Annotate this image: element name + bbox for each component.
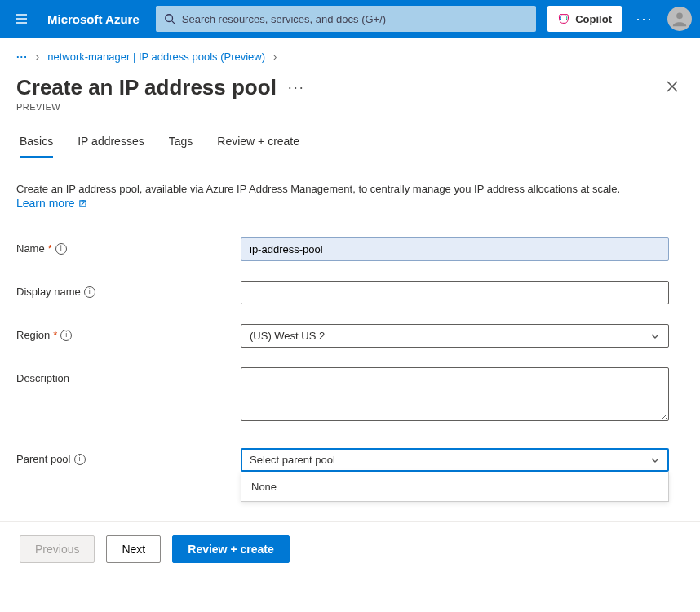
tab-basics[interactable]: Basics xyxy=(20,135,53,158)
close-icon xyxy=(666,80,679,93)
search-icon xyxy=(164,13,175,24)
close-button[interactable] xyxy=(661,74,684,100)
name-input[interactable] xyxy=(241,237,669,261)
tab-bar: Basics IP addresses Tags Review + create xyxy=(0,112,700,159)
copilot-button[interactable]: Copilot xyxy=(547,6,622,32)
parent-pool-label: Parent pool xyxy=(16,453,71,465)
svg-line-1 xyxy=(171,21,175,24)
row-region: Region * i (US) West US 2 xyxy=(16,324,684,348)
intro-text: Create an IP address pool, available via… xyxy=(16,182,684,197)
breadcrumb: ··· › network-manager | IP address pools… xyxy=(0,38,700,68)
row-display-name: Display name i xyxy=(16,281,684,304)
breadcrumb-link-network-manager[interactable]: network-manager | IP address pools (Prev… xyxy=(47,51,265,63)
header-more-button[interactable]: ··· xyxy=(630,11,659,28)
top-bar: Microsoft Azure Copilot ··· xyxy=(0,0,700,38)
parent-pool-dropdown: None xyxy=(241,472,669,502)
next-button[interactable]: Next xyxy=(106,535,161,563)
title-more-button[interactable]: ··· xyxy=(288,79,305,96)
row-parent-pool: Parent pool i Select parent pool None xyxy=(16,448,684,502)
row-name: Name * i xyxy=(16,237,684,261)
person-icon xyxy=(671,10,689,28)
global-search[interactable] xyxy=(156,6,536,32)
description-textarea[interactable] xyxy=(241,367,669,421)
required-indicator: * xyxy=(48,242,52,255)
brand-title[interactable]: Microsoft Azure xyxy=(47,12,140,26)
tab-ip-addresses[interactable]: IP addresses xyxy=(78,135,144,158)
search-input[interactable] xyxy=(182,13,528,25)
preview-badge: PREVIEW xyxy=(0,100,700,112)
region-label: Region xyxy=(16,329,50,341)
display-name-label: Display name xyxy=(16,286,81,298)
svg-point-2 xyxy=(676,12,683,19)
wizard-footer: Previous Next Review + create xyxy=(0,521,700,576)
main-content: Create an IP address pool, available via… xyxy=(0,159,700,521)
copilot-icon xyxy=(557,12,570,25)
info-icon[interactable]: i xyxy=(84,286,95,298)
tab-tags[interactable]: Tags xyxy=(169,135,193,158)
parent-pool-placeholder: Select parent pool xyxy=(250,454,335,466)
review-create-button[interactable]: Review + create xyxy=(172,535,289,563)
chevron-down-icon xyxy=(650,455,660,465)
hamburger-menu-button[interactable] xyxy=(8,6,34,32)
region-select[interactable]: (US) West US 2 xyxy=(241,324,669,348)
name-label: Name xyxy=(16,242,45,255)
parent-pool-select[interactable]: Select parent pool xyxy=(241,448,669,472)
row-description: Description xyxy=(16,367,684,424)
learn-more-label: Learn more xyxy=(16,197,75,210)
account-avatar[interactable] xyxy=(667,7,692,31)
tab-review-create[interactable]: Review + create xyxy=(217,135,299,158)
required-indicator: * xyxy=(53,329,57,341)
learn-more-link[interactable]: Learn more xyxy=(16,197,87,210)
svg-point-0 xyxy=(166,15,173,22)
title-bar: Create an IP address pool ··· xyxy=(0,68,700,100)
region-value: (US) West US 2 xyxy=(250,330,325,342)
chevron-right-icon: › xyxy=(273,51,277,63)
previous-button: Previous xyxy=(20,535,95,563)
chevron-down-icon xyxy=(650,331,660,341)
breadcrumb-more-button[interactable]: ··· xyxy=(16,51,28,63)
page-title: Create an IP address pool xyxy=(16,75,277,100)
display-name-input[interactable] xyxy=(241,281,669,304)
info-icon[interactable]: i xyxy=(60,330,72,341)
info-icon[interactable]: i xyxy=(55,243,67,255)
hamburger-icon xyxy=(14,11,29,26)
info-icon[interactable]: i xyxy=(74,454,86,465)
description-label: Description xyxy=(16,372,69,384)
parent-pool-option-none[interactable]: None xyxy=(241,472,668,501)
external-link-icon xyxy=(78,199,87,208)
chevron-right-icon: › xyxy=(36,51,39,63)
copilot-label: Copilot xyxy=(575,13,612,25)
